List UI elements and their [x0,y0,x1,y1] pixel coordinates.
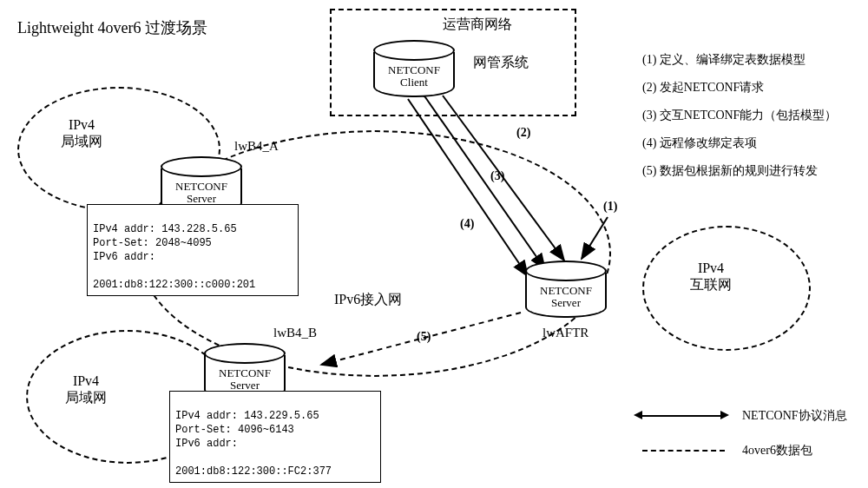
legend-dashed-line [642,450,725,452]
legend-solid-arrow-r [720,411,729,419]
operator-network-label: 运营商网络 [443,16,512,34]
lwb4-b-line2: Server [206,379,284,392]
ipv4-lan-top-label: IPv4 局域网 [61,117,102,151]
lwaftr-line2: Server [527,297,605,309]
lwb4-b-info: IPv4 addr: 143.229.5.65 Port-Set: 4096~6… [169,391,381,483]
legend-data-pkt: 4over6数据包 [742,443,812,458]
ipv4-internet-label: IPv4 互联网 [690,260,732,294]
step-3: (3) 交互NETCONF能力（包括模型） [642,108,837,123]
lwb4-a-line1: NETCONF [162,181,240,193]
flow-3: (3) [490,169,504,183]
nms-label: 网管系统 [473,54,529,72]
lwb4-b-line1: NETCONF [206,367,284,379]
lwb4-b-v4: IPv4 addr: 143.229.5.65 [175,410,319,422]
flow-5: (5) [417,330,431,344]
lwb4-a-v4: IPv4 addr: 143.228.5.65 [93,223,237,235]
legend-solid-line [642,415,720,417]
lwb4-a-v6: 2001:db8:122:300::c000:201 [93,279,255,291]
netconf-client-db: NETCONF Client [373,40,451,97]
lwb4-a-ps: Port-Set: 2048~4095 [93,237,212,249]
lwaftr-line1: NETCONF [527,285,605,297]
legend-solid-arrow-l [634,411,642,419]
lwaftr-label: lwAFTR [542,326,589,340]
page-title: Lightweight 4over6 过渡场景 [17,17,207,38]
lwb4-b-name: lwB4_B [273,326,317,340]
flow-2: (2) [516,126,530,140]
lwb4-a-info: IPv4 addr: 143.228.5.65 Port-Set: 2048~4… [87,204,299,296]
flow-4: (4) [460,217,474,231]
lwb4-a-name: lwB4_A [234,139,279,154]
legend-netconf-msg: NETCONF协议消息 [742,408,847,424]
ipv4-lan-bottom-label: IPv4 局域网 [65,373,107,407]
lwaftr-db: NETCONF Server [525,260,603,318]
step-5: (5) 数据包根据新的规则进行转发 [642,163,818,179]
lwb4-a-line2: Server [162,193,240,205]
netconf-client-line1: NETCONF [375,64,453,76]
ipv6-access-label: IPv6接入网 [334,291,402,309]
lwb4-b-v6: 2001:db8:122:300::FC2:377 [175,465,332,478]
netconf-client-line2: Client [375,76,453,89]
lwb4-a-v6l: IPv6 addr: [93,251,155,263]
step-2: (2) 发起NETCONF请求 [642,80,764,96]
step-1: (1) 定义、编译绑定表数据模型 [642,52,806,68]
lwb4-b-v6l: IPv6 addr: [175,438,238,450]
step-4: (4) 远程修改绑定表项 [642,135,757,151]
flow-1: (1) [603,200,617,214]
lwb4-b-ps: Port-Set: 4096~6143 [175,424,294,436]
